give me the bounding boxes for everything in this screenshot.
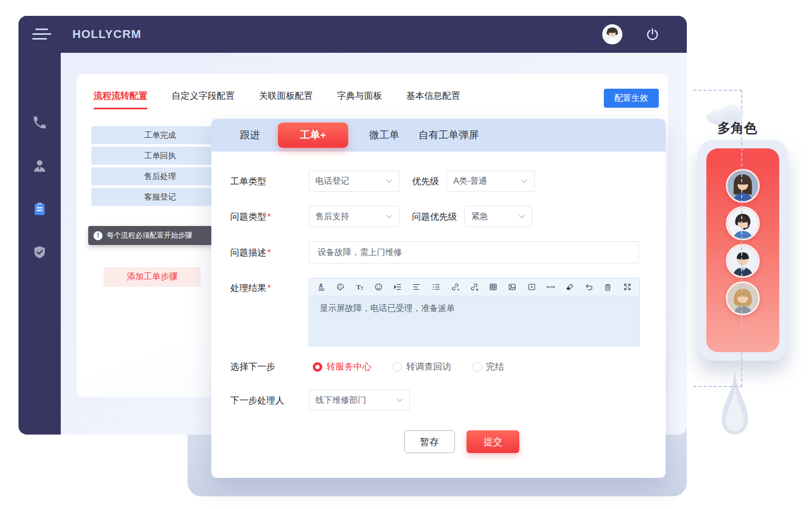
user-avatar[interactable] [602,24,622,44]
tab-micro-ticket[interactable]: 微工单 [369,128,418,142]
radio-selected-icon [313,362,322,372]
list-icon[interactable] [431,282,441,293]
apply-config-button[interactable]: 配置生效 [604,89,659,108]
clipboard-icon[interactable] [31,200,49,218]
save-draft-button[interactable]: 暂存 [404,430,455,453]
shield-check-icon[interactable] [31,243,49,261]
radio-label: 转服务中心 [326,361,371,373]
issue-priority-value: 紧急 [471,211,488,222]
issue-desc-input[interactable] [309,241,639,263]
power-icon[interactable] [646,27,659,41]
emoji-icon[interactable] [374,282,384,293]
priority-value: A类-普通 [453,176,487,187]
image-icon[interactable] [507,282,518,293]
issue-priority-select[interactable]: 紧急 [464,206,532,227]
radio-finish[interactable]: 完结 [468,361,504,373]
issue-priority-label: 问题优先级 [412,211,457,223]
avatar-image [602,24,622,44]
link-remove-icon[interactable] [469,282,480,293]
config-tabs: 流程流转配置 自定义字段配置 关联面板配置 字典与面板 基本信息配置 [77,74,668,109]
app-header: HOLLYCRM [18,16,687,53]
chevron-down-icon [518,214,525,219]
ticket-type-label: 工单类型 [230,175,309,187]
chevron-down-icon [386,179,393,184]
menu-icon[interactable] [32,29,51,40]
issue-type-select[interactable]: 售后支持 [309,206,399,227]
chevron-down-icon [521,179,528,184]
tooltip-text: 每个流程必须配置开始步骤 [107,231,192,240]
chevron-down-icon [386,214,393,219]
link-add-icon[interactable] [450,282,460,293]
workflow-step-complete[interactable]: 工单完成 [91,126,229,144]
font-size-icon[interactable]: TT [354,282,365,293]
indent-icon[interactable] [393,282,403,293]
undo-icon[interactable] [584,282,594,293]
radio-transfer-survey-callback[interactable]: 转调查回访 [388,361,451,373]
ticket-type-select[interactable]: 电话登记 [309,171,399,192]
phone-icon[interactable] [31,114,49,131]
multi-role-title: 多角色 [717,119,757,137]
divider-icon[interactable] [545,282,556,293]
app-sidebar [18,16,61,435]
issue-type-value: 售后支持 [315,211,349,222]
tab-basic-info-config[interactable]: 基本信息配置 [406,90,460,109]
radio-icon [393,362,402,372]
radio-label: 转调查回访 [406,361,451,373]
align-left-icon[interactable] [412,282,422,293]
tab-related-panel-config[interactable]: 关联面板配置 [259,90,313,109]
tab-follow-up[interactable]: 跟进 [240,128,279,142]
svg-text:A: A [319,283,323,289]
workflow-step-receipt[interactable]: 工单回执 [91,147,229,165]
workflow-step-aftersales[interactable]: 售后处理 [91,167,229,185]
user-icon[interactable] [31,157,49,175]
next-handler-label: 下一步处理人 [230,394,309,407]
ticket-modal-tabs: 跟进 工单+ 微工单 自有工单弹屏 [211,119,666,152]
brand-title: HOLLYCRM [72,27,142,41]
tab-ticket-plus[interactable]: 工单+ [278,122,348,148]
warning-icon: ! [94,231,102,240]
tab-own-ticket-popup[interactable]: 自有工单弹屏 [418,128,498,142]
priority-select[interactable]: A类-普通 [446,171,535,192]
workflow-tooltip: ! 每个流程必须配置开始步骤 [88,226,223,245]
svg-text:T: T [361,286,363,291]
radio-transfer-service-center[interactable]: 转服务中心 [309,361,371,373]
radio-icon [472,362,482,372]
add-ticket-step-button[interactable]: 添加工单步骤 [104,267,201,287]
workflow-step-register[interactable]: 客服登记 [91,188,229,206]
chevron-down-icon [396,398,403,403]
tab-dictionary-panel[interactable]: 字典与面板 [337,90,382,109]
next-handler-select[interactable]: 线下维修部门 [309,390,410,411]
radio-label: 完结 [486,361,504,373]
ticket-form: 工单类型 电话登记 优先级 A类-普通 问题类型* 售后支持 问题优先级 [211,152,666,453]
trash-icon[interactable] [603,282,613,293]
submit-button[interactable]: 提交 [466,430,519,453]
modal-actions: 暂存 提交 [404,430,666,453]
result-textarea[interactable]: 显示屏故障，电话已受理，准备派单 [309,296,639,346]
table-icon[interactable] [488,282,499,293]
fullscreen-icon[interactable] [622,282,632,293]
eraser-icon[interactable] [564,282,575,293]
ticket-type-value: 电话登记 [315,176,349,187]
priority-label: 优先级 [412,175,439,187]
rich-text-editor: A TT [309,278,640,346]
video-icon[interactable] [526,282,537,293]
result-label: 处理结果* [230,278,309,294]
issue-desc-label: 问题描述* [230,247,309,259]
workflow-step-list: 工单完成 工单回执 售后处理 客服登记 [91,126,229,206]
issue-type-label: 问题类型* [230,211,309,223]
next-handler-value: 线下维修部门 [315,395,366,406]
tab-custom-field-config[interactable]: 自定义字段配置 [172,90,235,109]
palette-icon[interactable] [335,282,346,293]
tab-process-flow-config[interactable]: 流程流转配置 [94,90,147,109]
editor-toolbar: A TT [309,278,639,296]
screenshot-stage: HOLLYCRM [0,0,812,509]
text-style-icon[interactable]: A [316,282,326,293]
next-step-label: 选择下一步 [230,361,309,373]
ticket-modal: 跟进 工单+ 微工单 自有工单弹屏 工单类型 电话登记 优先级 A类-普通 问题… [211,119,666,478]
